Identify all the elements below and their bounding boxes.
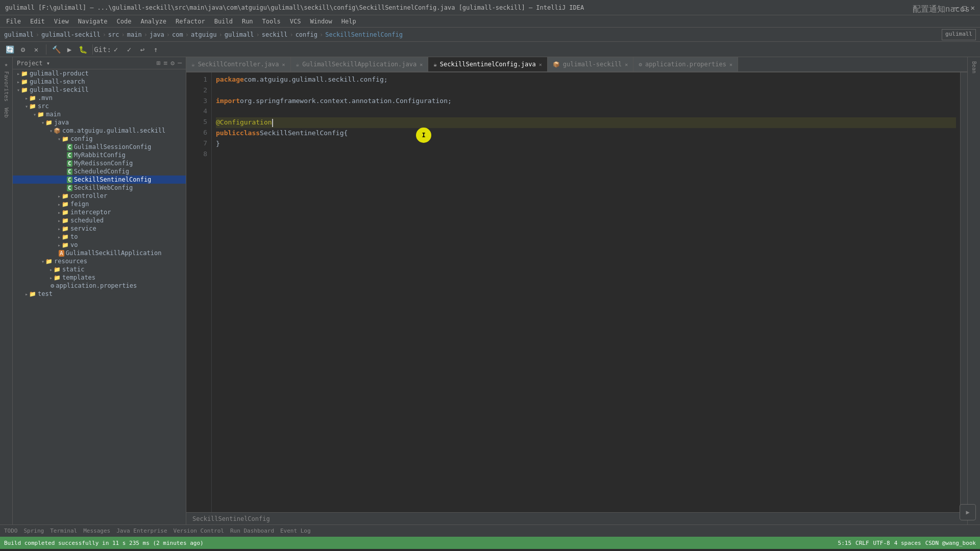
menu-item-edit[interactable]: Edit xyxy=(26,17,49,26)
tree-item-config[interactable]: ▾📁config xyxy=(13,135,186,143)
activity-bar: ★ Favorites Web xyxy=(0,57,13,524)
tab-gulimallseckillapplication.java[interactable]: ☕GulimallSeckillApplication.java✕ xyxy=(291,57,429,71)
git-undo-icon[interactable]: ↩ xyxy=(137,44,148,55)
tab-application.properties[interactable]: ⚙application.properties✕ xyxy=(633,57,738,71)
menu-item-build[interactable]: Build xyxy=(210,17,237,26)
tab-close-icon[interactable]: ✕ xyxy=(420,62,423,67)
tab-close-icon[interactable]: ✕ xyxy=(282,62,285,67)
breadcrumb-com[interactable]: com xyxy=(172,31,183,38)
bean-icon[interactable]: Bean xyxy=(970,59,978,76)
tree-expand-icon[interactable]: ⊞ xyxy=(157,59,161,67)
breadcrumb-class[interactable]: SeckillSentinelConfig xyxy=(325,31,403,38)
close-button[interactable]: ✕ xyxy=(971,4,975,12)
tree-item-gulimall-search[interactable]: ▸📁gulimall-search xyxy=(13,78,186,86)
breadcrumb-config[interactable]: config xyxy=(296,31,317,38)
favorites-icon[interactable]: ★ Favorites xyxy=(2,59,11,104)
menu-item-window[interactable]: Window xyxy=(306,17,336,26)
menu-item-view[interactable]: View xyxy=(50,17,73,26)
bottom-item-java-enterprise[interactable]: Java Enterprise xyxy=(116,528,167,534)
bottom-item-version-control[interactable]: Version Control xyxy=(174,528,224,534)
tree-item-service[interactable]: ▸📁service xyxy=(13,224,186,233)
tab-close-icon[interactable]: ✕ xyxy=(729,62,732,67)
build-icon[interactable]: 🔨 xyxy=(51,44,62,55)
git-push-icon[interactable]: ↑ xyxy=(150,44,161,55)
tree-item-scheduled[interactable]: ▸📁scheduled xyxy=(13,216,186,224)
breadcrumb-module[interactable]: gulimall-seckill xyxy=(41,31,101,38)
tab-gulimall-seckill[interactable]: 📦gulimall-seckill✕ xyxy=(548,57,634,71)
code-editor[interactable]: 12345678 package com.atguigu.gulimall.se… xyxy=(186,72,967,512)
tree-item-icon: C xyxy=(67,177,72,183)
tree-item-src[interactable]: ▾📁src xyxy=(13,102,186,110)
tree-item-feign[interactable]: ▸📁feign xyxy=(13,200,186,208)
menu-item-vcs[interactable]: VCS xyxy=(286,17,305,26)
tree-item-static[interactable]: ▸📁static xyxy=(13,265,186,273)
tree-item-seckillwebconfig[interactable]: CSeckillWebConfig xyxy=(13,184,186,192)
menu-item-run[interactable]: Run xyxy=(238,17,257,26)
tree-item-seckillsentinelconfig[interactable]: CSeckillSentinelConfig xyxy=(13,176,186,184)
tree-item-scheduledconfig[interactable]: CScheduledConfig xyxy=(13,167,186,176)
tab-seckillcontroller.java[interactable]: ☕SeckillController.java✕ xyxy=(186,57,291,71)
menu-item-analyze[interactable]: Analyze xyxy=(136,17,170,26)
project-dropdown[interactable]: gulimall xyxy=(942,29,976,40)
web-icon[interactable]: Web xyxy=(2,106,11,120)
menu-item-navigate[interactable]: Navigate xyxy=(74,17,112,26)
tree-item-interceptor[interactable]: ▸📁interceptor xyxy=(13,208,186,216)
git-check-icon[interactable]: ✓ xyxy=(110,44,121,55)
tree-item-main[interactable]: ▾📁main xyxy=(13,110,186,118)
tree-content: ▸📁gulimall-product▸📁gulimall-search▾📁gul… xyxy=(13,69,186,298)
tree-item-java[interactable]: ▾📁java xyxy=(13,118,186,127)
close-all-icon[interactable]: ✕ xyxy=(31,44,42,55)
menu-item-help[interactable]: Help xyxy=(337,17,360,26)
tree-item-myredissonconfig[interactable]: CMyRedissonConfig xyxy=(13,159,186,167)
tree-item-gulimallsessionconfig[interactable]: CGulimallSessionConfig xyxy=(13,143,186,151)
tree-item-vo[interactable]: ▸📁vo xyxy=(13,241,186,249)
tab-seckillsentinelconfig.java[interactable]: ☕SeckillSentinelConfig.java✕ xyxy=(428,57,548,71)
floating-button[interactable]: ▶ xyxy=(960,504,976,520)
bottom-item-messages[interactable]: Messages xyxy=(83,528,110,534)
tree-item-.mvn[interactable]: ▸📁.mvn xyxy=(13,94,186,102)
breadcrumb-seckill[interactable]: seckill xyxy=(262,31,288,38)
breadcrumb-atguigu[interactable]: atguigu xyxy=(191,31,217,38)
code-content[interactable]: package com.atguigu.gulimall.seckill.con… xyxy=(212,72,960,512)
menu-item-tools[interactable]: Tools xyxy=(258,17,285,26)
tab-close-icon[interactable]: ✕ xyxy=(539,62,542,67)
breadcrumb-root[interactable]: gulimall xyxy=(4,31,34,38)
git-icon[interactable]: Git: xyxy=(97,44,108,55)
breadcrumb-java[interactable]: java xyxy=(150,31,164,38)
tree-item-controller[interactable]: ▸📁controller xyxy=(13,192,186,200)
tree-collapse-icon[interactable]: ≡ xyxy=(164,59,168,67)
tree-item-myrabbitconfig[interactable]: CMyRabbitConfig xyxy=(13,151,186,159)
menu-item-code[interactable]: Code xyxy=(113,17,136,26)
breadcrumb-gulimall[interactable]: gulimall xyxy=(225,31,254,38)
tab-close-icon[interactable]: ✕ xyxy=(625,62,628,67)
bottom-item-todo[interactable]: TODO xyxy=(4,528,18,534)
git-check2-icon[interactable]: ✓ xyxy=(124,44,135,55)
tree-item-gulimall-product[interactable]: ▸📁gulimall-product xyxy=(13,69,186,78)
csdn-link: CSDN @wang_book xyxy=(925,540,976,546)
tree-close-icon[interactable]: ─ xyxy=(178,59,182,67)
bottom-item-spring[interactable]: Spring xyxy=(24,528,44,534)
tree-settings-icon[interactable]: ⚙ xyxy=(170,59,175,67)
tree-item-templates[interactable]: ▸📁templates xyxy=(13,273,186,282)
debug-icon[interactable]: 🐛 xyxy=(77,44,88,55)
settings-icon[interactable]: ⚙ xyxy=(17,44,29,55)
bottom-item-run-dashboard[interactable]: Run Dashboard xyxy=(230,528,274,534)
sync-icon[interactable]: 🔄 xyxy=(4,44,15,55)
tree-item-resources[interactable]: ▾📁resources xyxy=(13,257,186,265)
tree-item-gulimallseckillapplication[interactable]: AGulimallSeckillApplication xyxy=(13,249,186,257)
menu-item-refactor[interactable]: Refactor xyxy=(172,17,209,26)
bottom-item-event-log[interactable]: Event Log xyxy=(280,528,311,534)
tree-item-application.properties[interactable]: ⚙application.properties xyxy=(13,282,186,290)
tree-item-com.atguigu.gulimall.seckill[interactable]: ▾📦com.atguigu.gulimall.seckill xyxy=(13,127,186,135)
tree-item-gulimall-seckill[interactable]: ▾📁gulimall-seckill xyxy=(13,86,186,94)
bottom-item-terminal[interactable]: Terminal xyxy=(50,528,77,534)
menu-item-file[interactable]: File xyxy=(2,17,25,26)
run-icon[interactable]: ▶ xyxy=(64,44,75,55)
tree-item-test[interactable]: ▸📁test xyxy=(13,290,186,298)
tree-item-to[interactable]: ▸📁to xyxy=(13,233,186,241)
breadcrumb-main[interactable]: main xyxy=(127,31,142,38)
tree-item-label: static xyxy=(62,266,84,273)
breadcrumb-src[interactable]: src xyxy=(108,31,119,38)
tree-arrow-icon: ▾ xyxy=(41,120,44,126)
tree-arrow-icon: ▸ xyxy=(50,267,53,272)
